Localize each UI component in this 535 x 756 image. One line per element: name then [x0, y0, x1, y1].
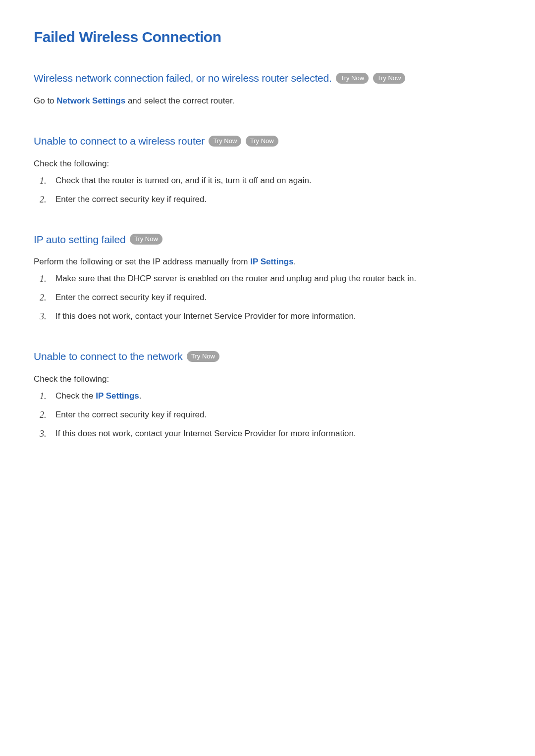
list-item: Make sure that the DHCP server is enable…	[34, 272, 501, 285]
section-ip-auto-failed: IP auto setting failed Try Now Perform t…	[34, 233, 501, 323]
page-title: Failed Wireless Connection	[34, 29, 501, 46]
text-segment: .	[139, 391, 142, 401]
list-item: If this does not work, contact your Inte…	[34, 310, 501, 323]
section-unable-connect-router: Unable to connect to a wireless router T…	[34, 134, 501, 206]
list-item: Check the IP Settings.	[34, 390, 501, 403]
try-now-button[interactable]: Try Now	[246, 136, 278, 147]
text-segment: Check the	[55, 391, 96, 401]
section-connection-failed: Wireless network connection failed, or n…	[34, 71, 501, 107]
network-settings-link[interactable]: Network Settings	[56, 96, 125, 105]
steps-list: Make sure that the DHCP server is enable…	[34, 272, 501, 323]
try-now-button[interactable]: Try Now	[209, 136, 241, 147]
heading-row: Wireless network connection failed, or n…	[34, 71, 501, 85]
section-heading: Wireless network connection failed, or n…	[34, 72, 332, 84]
list-item: Enter the correct security key if requir…	[34, 291, 501, 304]
text-segment: .	[294, 257, 296, 266]
list-item: If this does not work, contact your Inte…	[34, 427, 501, 440]
section-heading: Unable to connect to a wireless router	[34, 135, 205, 147]
text-segment: and select the correct router.	[125, 96, 234, 105]
section-heading: Unable to connect to the network	[34, 351, 183, 362]
steps-list: Check that the router is turned on, and …	[34, 174, 501, 206]
section-heading: IP auto setting failed	[34, 233, 126, 245]
try-now-button[interactable]: Try Now	[336, 73, 369, 84]
try-now-button[interactable]: Try Now	[373, 73, 406, 84]
intro-text: Check the following:	[34, 157, 501, 170]
heading-row: IP auto setting failed Try Now	[34, 233, 501, 246]
steps-list: Check the IP Settings. Enter the correct…	[34, 390, 501, 440]
heading-row: Unable to connect to the network Try Now	[34, 350, 501, 363]
try-now-button[interactable]: Try Now	[187, 351, 219, 362]
intro-text: Perform the following or set the IP addr…	[34, 255, 501, 268]
list-item: Check that the router is turned on, and …	[34, 174, 501, 187]
ip-settings-link[interactable]: IP Settings	[96, 391, 139, 401]
body-text: Go to Network Settings and select the co…	[34, 95, 501, 107]
ip-settings-link[interactable]: IP Settings	[250, 257, 294, 266]
text-segment: Go to	[34, 96, 56, 105]
text-segment: Perform the following or set the IP addr…	[34, 257, 250, 266]
try-now-button[interactable]: Try Now	[130, 234, 162, 245]
heading-row: Unable to connect to a wireless router T…	[34, 134, 501, 148]
intro-text: Check the following:	[34, 373, 501, 386]
list-item: Enter the correct security key if requir…	[34, 193, 501, 206]
section-unable-connect-network: Unable to connect to the network Try Now…	[34, 350, 501, 440]
list-item: Enter the correct security key if requir…	[34, 408, 501, 421]
